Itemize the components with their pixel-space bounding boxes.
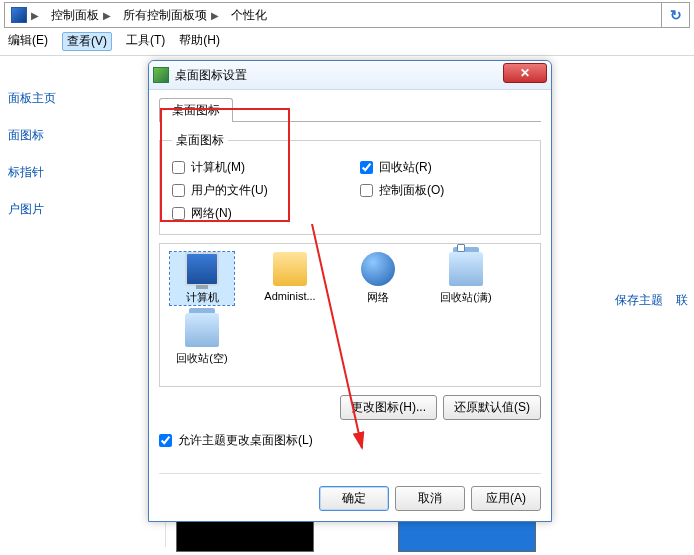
sidebar-link-deskicon[interactable]: 面图标 (0, 117, 140, 154)
icon-item-computer[interactable]: 计算机 (170, 252, 234, 305)
control-panel-icon (11, 7, 27, 23)
sidebar-link-userpic[interactable]: 户图片 (0, 191, 140, 228)
icon-item-recycle-empty[interactable]: 回收站(空) (170, 313, 234, 366)
globe-icon (361, 252, 395, 286)
close-icon[interactable]: ✕ (503, 63, 547, 83)
folder-icon (273, 252, 307, 286)
menu-tools[interactable]: 工具(T) (126, 32, 165, 51)
icon-item-recycle-full[interactable]: 回收站(满) (434, 252, 498, 305)
dialog-titlebar[interactable]: 桌面图标设置 ✕ (149, 61, 551, 89)
chk-computer[interactable]: 计算机(M) (172, 159, 340, 176)
dialog-body: 桌面图标 桌面图标 计算机(M) 回收站(R) 用户的文件(U) 控制面板(O)… (149, 89, 551, 521)
change-icon-button[interactable]: 更改图标(H)... (340, 395, 437, 420)
breadcrumb-seg[interactable]: 控制面板 (51, 7, 99, 24)
icon-item-user[interactable]: Administ... (258, 252, 322, 305)
cancel-button[interactable]: 取消 (395, 486, 465, 511)
chk-control[interactable]: 控制面板(O) (360, 182, 528, 199)
desktop-icon-settings-dialog: 桌面图标设置 ✕ 桌面图标 桌面图标 计算机(M) 回收站(R) 用户的文件(U… (148, 60, 552, 522)
sidebar-link-home[interactable]: 面板主页 (0, 80, 140, 117)
allow-theme-label: 允许主题更改桌面图标(L) (178, 432, 313, 449)
address-bar[interactable]: ▶ 控制面板▶ 所有控制面板项▶ 个性化 ↻ (4, 2, 690, 28)
breadcrumb-seg[interactable]: 所有控制面板项 (123, 7, 207, 24)
chevron-right-icon: ▶ (211, 10, 219, 21)
recycle-full-icon (449, 252, 483, 286)
dialog-icon (153, 67, 169, 83)
menu-view[interactable]: 查看(V) (62, 32, 112, 51)
refresh-icon[interactable]: ↻ (661, 3, 689, 27)
menu-help[interactable]: 帮助(H) (179, 32, 220, 51)
menu-edit[interactable]: 编辑(E) (8, 32, 48, 51)
desktop-icons-group: 桌面图标 计算机(M) 回收站(R) 用户的文件(U) 控制面板(O) 网络(N… (159, 132, 541, 235)
tab-desktop-icons[interactable]: 桌面图标 (159, 98, 233, 122)
sidebar-link-pointer[interactable]: 标指针 (0, 154, 140, 191)
icon-button-row: 更改图标(H)... 还原默认值(S) (159, 395, 541, 420)
tab-strip: 桌面图标 (159, 98, 541, 122)
menu-bar: 编辑(E) 查看(V) 工具(T) 帮助(H) (0, 28, 694, 56)
chk-recycle[interactable]: 回收站(R) (360, 159, 528, 176)
chevron-right-icon: ▶ (31, 10, 39, 21)
chk-allow-theme[interactable] (159, 434, 172, 447)
chk-network[interactable]: 网络(N) (172, 205, 340, 222)
chevron-right-icon: ▶ (103, 10, 111, 21)
apply-button[interactable]: 应用(A) (471, 486, 541, 511)
computer-icon (185, 252, 219, 286)
dialog-button-row: 确定 取消 应用(A) (159, 473, 541, 511)
breadcrumb-seg[interactable]: 个性化 (231, 7, 267, 24)
chk-userfiles[interactable]: 用户的文件(U) (172, 182, 340, 199)
icon-preview-box: 计算机 Administ... 网络 回收站(满) 回收站(空) (159, 243, 541, 387)
allow-theme-row: 允许主题更改桌面图标(L) (159, 432, 541, 449)
sidebar: 面板主页 面图标 标指针 户图片 (0, 56, 140, 228)
icon-item-network[interactable]: 网络 (346, 252, 410, 305)
ok-button[interactable]: 确定 (319, 486, 389, 511)
dialog-title: 桌面图标设置 (175, 67, 247, 84)
group-legend: 桌面图标 (172, 132, 228, 149)
restore-default-button[interactable]: 还原默认值(S) (443, 395, 541, 420)
recycle-empty-icon (185, 313, 219, 347)
